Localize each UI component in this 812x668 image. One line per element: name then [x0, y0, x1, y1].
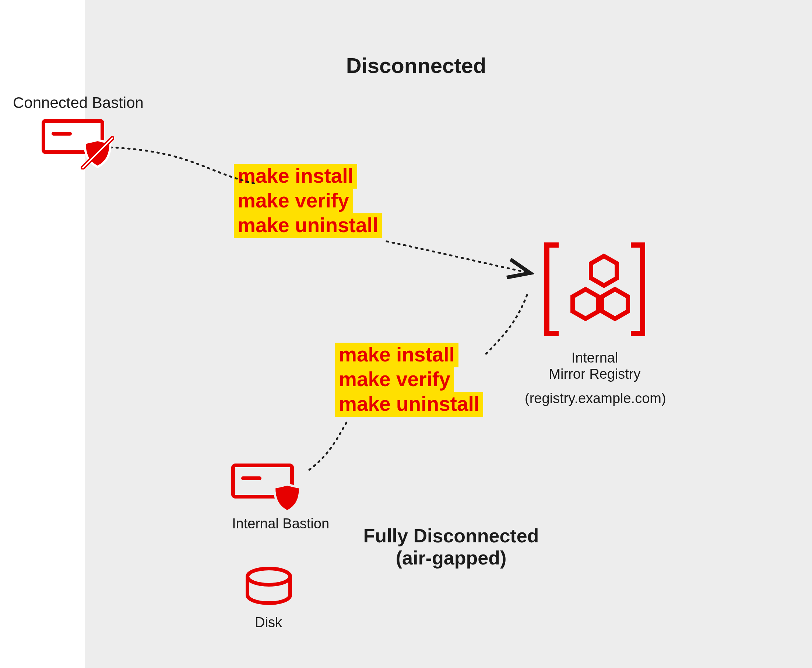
zone-title-disconnected: Disconnected	[324, 53, 508, 78]
cmd-1-3: make uninstall	[234, 213, 382, 238]
fully-disconnected-line2: (air-gapped)	[396, 547, 506, 568]
cmd-2-2: make verify	[335, 367, 454, 392]
mirror-registry-hostname: (registry.example.com)	[525, 391, 665, 407]
svg-point-6	[247, 568, 290, 585]
fully-disconnected-line1: Fully Disconnected	[363, 525, 539, 546]
cmd-2-1: make install	[335, 343, 459, 367]
mirror-registry-line1: Internal	[572, 350, 618, 366]
svg-marker-7	[591, 256, 617, 286]
cmd-2-3: make uninstall	[335, 392, 483, 417]
registry-icon	[541, 239, 648, 339]
disk-label: Disk	[255, 615, 282, 631]
bastion-icon	[40, 118, 114, 169]
mirror-registry-line2: Mirror Registry	[549, 366, 640, 382]
commands-block-1: make install make verify make uninstall	[234, 164, 382, 238]
svg-marker-8	[573, 289, 599, 319]
svg-marker-9	[602, 289, 628, 319]
cmd-1-2: make verify	[234, 189, 353, 213]
svg-rect-5	[241, 476, 262, 480]
svg-rect-1	[52, 132, 72, 135]
disk-icon	[243, 566, 295, 610]
commands-block-2: make install make verify make uninstall	[335, 343, 483, 417]
mirror-registry-label: Internal Mirror Registry	[538, 350, 652, 382]
connected-bastion-label: Connected Bastion	[13, 94, 143, 112]
zone-title-fully-disconnected: Fully Disconnected (air-gapped)	[346, 525, 556, 569]
cmd-1-1: make install	[234, 164, 357, 189]
internal-bastion-icon	[230, 463, 304, 514]
internal-bastion-label: Internal Bastion	[232, 516, 329, 532]
